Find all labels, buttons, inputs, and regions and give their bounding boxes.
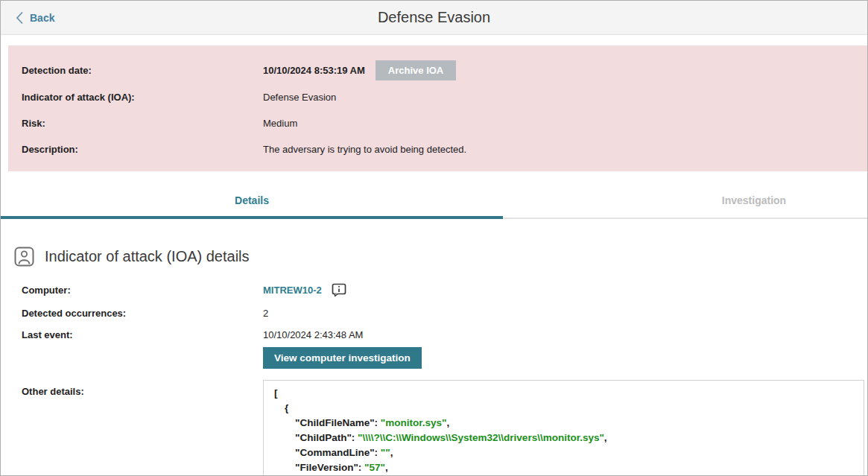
summary-row-description: Description: The adversary is trying to … bbox=[22, 139, 854, 159]
risk-label: Risk: bbox=[22, 118, 263, 129]
computer-row: Computer: MITREW10-2 bbox=[22, 283, 867, 297]
summary-row-ioa: Indicator of attack (IOA): Defense Evasi… bbox=[22, 87, 854, 107]
top-bar: Back Defense Evasion bbox=[1, 1, 867, 35]
computer-label: Computer: bbox=[22, 285, 263, 296]
ioa-details-section: Indicator of attack (IOA) details Comput… bbox=[1, 247, 867, 476]
section-header: Indicator of attack (IOA) details bbox=[14, 247, 867, 267]
code-line: "ChildPath": "\\\\?\\C:\\Windows\\System… bbox=[274, 431, 853, 445]
last-event-value: 10/10/2024 2:43:48 AM bbox=[263, 329, 363, 340]
ioa-summary-panel: Detection date: 10/10/2024 8:53:19 AM Ar… bbox=[8, 45, 867, 171]
risk-value: Medium bbox=[263, 118, 297, 129]
computer-link[interactable]: MITREW10-2 bbox=[263, 285, 322, 296]
page-title: Defense Evasion bbox=[1, 9, 867, 26]
chevron-left-icon bbox=[16, 11, 24, 25]
info-bubble-icon[interactable] bbox=[332, 283, 347, 297]
occurrences-row: Detected occurrences: 2 bbox=[22, 308, 867, 319]
user-badge-icon bbox=[14, 247, 34, 267]
ioa-label: Indicator of attack (IOA): bbox=[22, 92, 263, 103]
section-title: Indicator of attack (IOA) details bbox=[45, 248, 250, 265]
code-line: "CommandLine": "", bbox=[274, 445, 853, 460]
tab-investigation[interactable]: Investigation bbox=[503, 185, 868, 219]
investigation-button-row: View computer investigation bbox=[22, 351, 867, 371]
description-value: The adversary is trying to avoid being d… bbox=[263, 144, 466, 155]
back-button[interactable]: Back bbox=[16, 11, 54, 25]
detection-date-label: Detection date: bbox=[22, 65, 263, 76]
other-details-row: Other details: [{"ChildFileName": "monit… bbox=[22, 383, 867, 476]
tab-bar: Details Investigation bbox=[1, 171, 868, 219]
code-line: [ bbox=[274, 386, 853, 401]
ioa-value: Defense Evasion bbox=[263, 92, 336, 103]
occurrences-label: Detected occurrences: bbox=[22, 308, 263, 319]
last-event-row: Last event: 10/10/2024 2:43:48 AM bbox=[22, 329, 867, 340]
last-event-label: Last event: bbox=[22, 329, 263, 340]
occurrences-value: 2 bbox=[263, 308, 268, 319]
code-line: { bbox=[274, 401, 853, 416]
other-details-json[interactable]: [{"ChildFileName": "monitor.sys","ChildP… bbox=[263, 380, 864, 476]
archive-ioa-button[interactable]: Archive IOA bbox=[376, 60, 456, 80]
view-computer-investigation-button[interactable]: View computer investigation bbox=[263, 347, 422, 369]
summary-row-detection-date: Detection date: 10/10/2024 8:53:19 AM Ar… bbox=[22, 60, 854, 80]
other-details-label: Other details: bbox=[22, 383, 263, 397]
detection-date-value: 10/10/2024 8:53:19 AM bbox=[263, 65, 365, 76]
code-line: "ChildFileName": "monitor.sys", bbox=[274, 416, 853, 431]
description-label: Description: bbox=[22, 144, 263, 155]
ioa-detail-page: Back Defense Evasion Detection date: 10/… bbox=[0, 0, 868, 476]
summary-row-risk: Risk: Medium bbox=[22, 113, 854, 133]
back-label: Back bbox=[30, 12, 54, 24]
tab-details[interactable]: Details bbox=[1, 185, 503, 219]
code-line: "FileVersion": "57", bbox=[274, 460, 853, 475]
